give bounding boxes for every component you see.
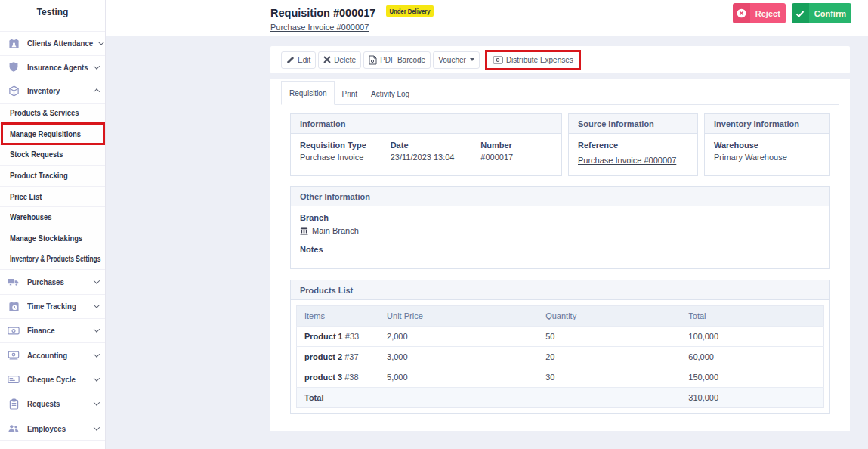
sidebar-item-label: Cheque Cycle (27, 375, 76, 384)
purchase-invoice-link[interactable]: Purchase Invoice #000007 (270, 23, 369, 32)
table-row: product 3 #38 5,000 30 150,000 (297, 367, 824, 388)
sidebar-subitem-price-list[interactable]: Price List (0, 186, 105, 207)
sidebar-item-label: Inventory (27, 86, 60, 95)
information-panel-title: Information (291, 114, 561, 134)
tab-print[interactable]: Print (335, 82, 364, 105)
field-value: 23/11/2023 13:04 (391, 153, 462, 162)
field-value: #000017 (480, 153, 552, 162)
sidebar-subitem-manage-requisitions[interactable]: Manage Requisitions (0, 123, 105, 144)
pdf-barcode-button[interactable]: PDF Barcode (363, 51, 431, 69)
sidebar-item-insurance-agents[interactable]: Insurance Agents (0, 55, 105, 79)
field-label: Reference (578, 141, 688, 150)
source-panel-title: Source Information (569, 114, 697, 134)
sidebar-item-purchases[interactable]: Purchases (0, 269, 105, 293)
sidebar-item-requests[interactable]: Requests (0, 392, 105, 416)
banknote-icon (8, 324, 20, 336)
confirm-label: Confirm (809, 3, 851, 23)
sidebar-item-label: Time Tracking (27, 302, 76, 311)
products-panel-title: Products List (291, 280, 829, 300)
action-toolbar: Edit Delete PDF Barcode Voucher Distribu… (270, 46, 850, 73)
time-calendar-icon (8, 300, 20, 312)
tab-requisition[interactable]: Requisition (281, 81, 335, 105)
subitem-label: Stock Requests (10, 150, 63, 159)
workspace-title: Testing (0, 0, 105, 31)
tab-activity-log[interactable]: Activity Log (364, 82, 416, 105)
subitem-label: Manage Requisitions (10, 130, 81, 138)
sidebar-subitem-manage-stocktakings[interactable]: Manage Stocktakings (0, 228, 105, 249)
subitem-label: Product Tracking (10, 172, 68, 180)
sidebar-item-label: Employees (27, 424, 66, 433)
cheque-icon (8, 373, 20, 386)
sidebar-item-employees[interactable]: Employees (0, 416, 105, 440)
field-label: Requisition Type (300, 141, 372, 150)
chevron-down-icon (94, 424, 100, 430)
field-label: Date (391, 141, 462, 150)
col-items: Items (297, 306, 380, 327)
field-value: Purchase Invoice (300, 153, 372, 162)
sidebar: Testing Clients Attendance Insurance Age… (0, 0, 106, 449)
other-information-panel: Other Information Branch Main Branch Not… (290, 186, 830, 269)
sidebar-subitem-inventory-products-settings[interactable]: Inventory & Products Settings (0, 249, 105, 270)
products-table: Items Unit Price Quantity Total Product … (296, 305, 824, 408)
sidebar-item-finance[interactable]: Finance (0, 318, 105, 342)
calendar-attendance-icon (8, 37, 20, 49)
unit-price: 3,000 (379, 347, 538, 367)
sidebar-item-clients-attendance[interactable]: Clients Attendance (0, 31, 105, 55)
reject-button[interactable]: Reject (733, 3, 786, 23)
col-total: Total (681, 306, 823, 327)
sidebar-item-label: Insurance Agents (27, 63, 88, 72)
voucher-dropdown[interactable]: Voucher (433, 51, 480, 69)
sidebar-subitem-stock-requests[interactable]: Stock Requests (0, 144, 105, 166)
distribute-expenses-label: Distribute Expenses (506, 56, 573, 64)
total-label: Total (297, 388, 380, 408)
building-icon (300, 227, 308, 235)
chevron-down-icon (94, 277, 100, 283)
status-badge: Under Delivery (386, 5, 434, 17)
col-quantity: Quantity (538, 306, 681, 327)
branch-value: Main Branch (300, 226, 820, 235)
money-icon (493, 56, 503, 64)
chevron-down-icon (94, 302, 100, 308)
sidebar-item-inventory[interactable]: Inventory (0, 79, 105, 103)
quantity: 20 (538, 347, 681, 367)
reject-label: Reject (750, 3, 786, 23)
distribute-expenses-highlight: Distribute Expenses (485, 50, 581, 70)
caret-down-icon (470, 58, 474, 61)
sidebar-item-label: Accounting (27, 351, 67, 360)
subitem-label: Price List (10, 193, 42, 201)
requisition-card: Requisition Print Activity Log Informati… (270, 79, 850, 431)
branch-label: Branch (300, 213, 820, 222)
product-code: #38 (344, 373, 358, 382)
pdf-barcode-label: PDF Barcode (380, 56, 425, 64)
products-list-panel: Products List Items Unit Price Quantity … (290, 280, 830, 414)
sidebar-item-label: Requests (27, 399, 60, 408)
branch-name: Main Branch (312, 226, 359, 235)
sidebar-item-label: Purchases (27, 277, 64, 286)
distribute-expenses-button[interactable]: Distribute Expenses (487, 52, 579, 68)
page-title: Requisition #000017 (270, 7, 375, 19)
sidebar-subitem-product-tracking[interactable]: Product Tracking (0, 165, 105, 186)
tab-bar: Requisition Print Activity Log (281, 79, 839, 105)
product-code: #37 (344, 352, 358, 361)
sidebar-item-label: Clients Attendance (27, 39, 93, 48)
sidebar-subitem-warehouses[interactable]: Warehouses (0, 206, 105, 228)
sidebar-subitem-products-services[interactable]: Products & Services (0, 103, 105, 124)
col-unit-price: Unit Price (379, 306, 538, 327)
sidebar-item-cheque-cycle[interactable]: Cheque Cycle (0, 367, 105, 391)
reference-link[interactable]: Purchase Invoice #000007 (578, 156, 676, 165)
chevron-down-icon (97, 39, 103, 45)
chevron-down-icon (94, 375, 100, 381)
reject-icon (733, 3, 750, 23)
sidebar-item-accounting[interactable]: Accounting (0, 342, 105, 367)
inventory-information-panel: Inventory Information Warehouse Primary … (704, 113, 830, 176)
other-panel-title: Other Information (291, 187, 829, 206)
quantity: 30 (538, 367, 681, 388)
shield-icon (8, 61, 20, 73)
chevron-up-icon (94, 88, 100, 94)
edit-button[interactable]: Edit (281, 51, 316, 69)
confirm-button[interactable]: Confirm (792, 3, 851, 23)
sidebar-item-time-tracking[interactable]: Time Tracking (0, 294, 105, 318)
page-header: Requisition #000017 Under Delivery Purch… (106, 0, 868, 36)
delete-button[interactable]: Delete (318, 51, 361, 69)
tab-content: Information Requisition Type Purchase In… (281, 105, 839, 414)
